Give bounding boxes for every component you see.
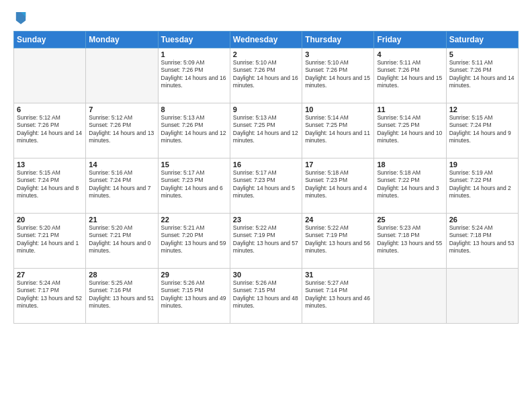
day-number: 4: [377, 50, 443, 58]
calendar-cell: 28Sunrise: 5:25 AM Sunset: 7:16 PM Dayli…: [86, 269, 158, 324]
day-info: Sunrise: 5:14 AM Sunset: 7:25 PM Dayligh…: [305, 114, 371, 145]
calendar-cell: 3Sunrise: 5:10 AM Sunset: 7:26 PM Daylig…: [302, 48, 374, 103]
day-number: 27: [17, 271, 83, 279]
calendar-cell: 17Sunrise: 5:18 AM Sunset: 7:23 PM Dayli…: [302, 158, 374, 214]
day-number: 24: [305, 216, 371, 224]
day-number: 31: [305, 271, 371, 279]
day-info: Sunrise: 5:26 AM Sunset: 7:15 PM Dayligh…: [233, 279, 299, 310]
day-number: 17: [305, 161, 371, 169]
day-number: 28: [89, 271, 154, 279]
calendar-header-wednesday: Wednesday: [230, 32, 302, 48]
day-info: Sunrise: 5:11 AM Sunset: 7:26 PM Dayligh…: [449, 59, 515, 90]
day-number: 5: [449, 50, 515, 58]
day-number: 7: [89, 105, 154, 113]
day-info: Sunrise: 5:20 AM Sunset: 7:21 PM Dayligh…: [89, 224, 154, 255]
calendar-cell: [14, 48, 86, 103]
calendar-cell: 10Sunrise: 5:14 AM Sunset: 7:25 PM Dayli…: [302, 103, 374, 158]
calendar-cell: 20Sunrise: 5:20 AM Sunset: 7:21 PM Dayli…: [14, 214, 86, 269]
day-info: Sunrise: 5:18 AM Sunset: 7:23 PM Dayligh…: [305, 169, 371, 200]
calendar-cell: 26Sunrise: 5:24 AM Sunset: 7:18 PM Dayli…: [446, 214, 518, 269]
day-info: Sunrise: 5:12 AM Sunset: 7:26 PM Dayligh…: [89, 114, 154, 145]
calendar-cell: 9Sunrise: 5:13 AM Sunset: 7:25 PM Daylig…: [230, 103, 302, 158]
day-number: 1: [161, 50, 227, 58]
day-info: Sunrise: 5:22 AM Sunset: 7:19 PM Dayligh…: [233, 224, 299, 255]
day-number: 21: [89, 216, 154, 224]
calendar-cell: 30Sunrise: 5:26 AM Sunset: 7:15 PM Dayli…: [230, 269, 302, 324]
day-info: Sunrise: 5:24 AM Sunset: 7:17 PM Dayligh…: [17, 279, 83, 310]
day-info: Sunrise: 5:27 AM Sunset: 7:14 PM Dayligh…: [305, 279, 371, 310]
calendar-table: SundayMondayTuesdayWednesdayThursdayFrid…: [13, 31, 519, 324]
calendar-cell: [446, 269, 518, 324]
day-info: Sunrise: 5:15 AM Sunset: 7:24 PM Dayligh…: [449, 114, 515, 145]
calendar-cell: 11Sunrise: 5:14 AM Sunset: 7:25 PM Dayli…: [374, 103, 446, 158]
day-number: 23: [233, 216, 299, 224]
calendar-week-2: 6Sunrise: 5:12 AM Sunset: 7:26 PM Daylig…: [14, 103, 519, 158]
day-info: Sunrise: 5:23 AM Sunset: 7:18 PM Dayligh…: [377, 224, 443, 255]
calendar-cell: [374, 269, 446, 324]
calendar-cell: 15Sunrise: 5:17 AM Sunset: 7:23 PM Dayli…: [158, 158, 230, 214]
day-info: Sunrise: 5:09 AM Sunset: 7:26 PM Dayligh…: [161, 59, 227, 90]
calendar-cell: 22Sunrise: 5:21 AM Sunset: 7:20 PM Dayli…: [158, 214, 230, 269]
calendar-cell: 5Sunrise: 5:11 AM Sunset: 7:26 PM Daylig…: [446, 48, 518, 103]
day-info: Sunrise: 5:10 AM Sunset: 7:26 PM Dayligh…: [233, 59, 299, 90]
day-number: 22: [161, 216, 227, 224]
calendar-cell: 6Sunrise: 5:12 AM Sunset: 7:26 PM Daylig…: [14, 103, 86, 158]
calendar-cell: 21Sunrise: 5:20 AM Sunset: 7:21 PM Dayli…: [86, 214, 158, 269]
logo: [13, 11, 27, 24]
day-number: 14: [89, 161, 154, 169]
day-number: 16: [233, 161, 299, 169]
day-info: Sunrise: 5:10 AM Sunset: 7:26 PM Dayligh…: [305, 59, 371, 90]
day-info: Sunrise: 5:11 AM Sunset: 7:26 PM Dayligh…: [377, 59, 443, 90]
day-number: 29: [161, 271, 227, 279]
day-number: 13: [17, 161, 83, 169]
day-info: Sunrise: 5:16 AM Sunset: 7:24 PM Dayligh…: [89, 169, 154, 200]
calendar-cell: 16Sunrise: 5:17 AM Sunset: 7:23 PM Dayli…: [230, 158, 302, 214]
day-number: 3: [305, 50, 371, 58]
day-number: 20: [17, 216, 83, 224]
calendar-cell: 29Sunrise: 5:26 AM Sunset: 7:15 PM Dayli…: [158, 269, 230, 324]
calendar-header-saturday: Saturday: [446, 32, 518, 48]
calendar-cell: 2Sunrise: 5:10 AM Sunset: 7:26 PM Daylig…: [230, 48, 302, 103]
page: SundayMondayTuesdayWednesdayThursdayFrid…: [0, 0, 532, 411]
header: [13, 11, 519, 24]
calendar-week-5: 27Sunrise: 5:24 AM Sunset: 7:17 PM Dayli…: [14, 269, 519, 324]
calendar-header-thursday: Thursday: [302, 32, 374, 48]
day-info: Sunrise: 5:19 AM Sunset: 7:22 PM Dayligh…: [449, 169, 515, 200]
calendar-cell: [86, 48, 158, 103]
day-info: Sunrise: 5:14 AM Sunset: 7:25 PM Dayligh…: [377, 114, 443, 145]
calendar-week-4: 20Sunrise: 5:20 AM Sunset: 7:21 PM Dayli…: [14, 214, 519, 269]
day-info: Sunrise: 5:20 AM Sunset: 7:21 PM Dayligh…: [17, 224, 83, 255]
calendar-header-row: SundayMondayTuesdayWednesdayThursdayFrid…: [14, 32, 519, 48]
calendar-week-1: 1Sunrise: 5:09 AM Sunset: 7:26 PM Daylig…: [14, 48, 519, 103]
day-number: 12: [449, 105, 515, 113]
day-info: Sunrise: 5:15 AM Sunset: 7:24 PM Dayligh…: [17, 169, 83, 200]
calendar-cell: 31Sunrise: 5:27 AM Sunset: 7:14 PM Dayli…: [302, 269, 374, 324]
day-number: 9: [233, 105, 299, 113]
calendar-cell: 13Sunrise: 5:15 AM Sunset: 7:24 PM Dayli…: [14, 158, 86, 214]
day-number: 26: [449, 216, 515, 224]
day-number: 11: [377, 105, 443, 113]
calendar-cell: 23Sunrise: 5:22 AM Sunset: 7:19 PM Dayli…: [230, 214, 302, 269]
day-info: Sunrise: 5:17 AM Sunset: 7:23 PM Dayligh…: [233, 169, 299, 200]
day-info: Sunrise: 5:12 AM Sunset: 7:26 PM Dayligh…: [17, 114, 83, 145]
day-number: 10: [305, 105, 371, 113]
calendar-week-3: 13Sunrise: 5:15 AM Sunset: 7:24 PM Dayli…: [14, 158, 519, 214]
calendar-cell: 25Sunrise: 5:23 AM Sunset: 7:18 PM Dayli…: [374, 214, 446, 269]
calendar-header-monday: Monday: [86, 32, 158, 48]
day-info: Sunrise: 5:24 AM Sunset: 7:18 PM Dayligh…: [449, 224, 515, 255]
day-number: 25: [377, 216, 443, 224]
calendar-header-friday: Friday: [374, 32, 446, 48]
day-info: Sunrise: 5:26 AM Sunset: 7:15 PM Dayligh…: [161, 279, 227, 310]
calendar-cell: 1Sunrise: 5:09 AM Sunset: 7:26 PM Daylig…: [158, 48, 230, 103]
day-number: 2: [233, 50, 299, 58]
calendar-cell: 4Sunrise: 5:11 AM Sunset: 7:26 PM Daylig…: [374, 48, 446, 103]
logo-icon: [15, 11, 27, 26]
day-info: Sunrise: 5:17 AM Sunset: 7:23 PM Dayligh…: [161, 169, 227, 200]
day-info: Sunrise: 5:18 AM Sunset: 7:22 PM Dayligh…: [377, 169, 443, 200]
day-info: Sunrise: 5:13 AM Sunset: 7:25 PM Dayligh…: [233, 114, 299, 145]
day-number: 30: [233, 271, 299, 279]
day-number: 6: [17, 105, 83, 113]
day-info: Sunrise: 5:13 AM Sunset: 7:26 PM Dayligh…: [161, 114, 227, 145]
day-info: Sunrise: 5:25 AM Sunset: 7:16 PM Dayligh…: [89, 279, 154, 310]
calendar-cell: 18Sunrise: 5:18 AM Sunset: 7:22 PM Dayli…: [374, 158, 446, 214]
